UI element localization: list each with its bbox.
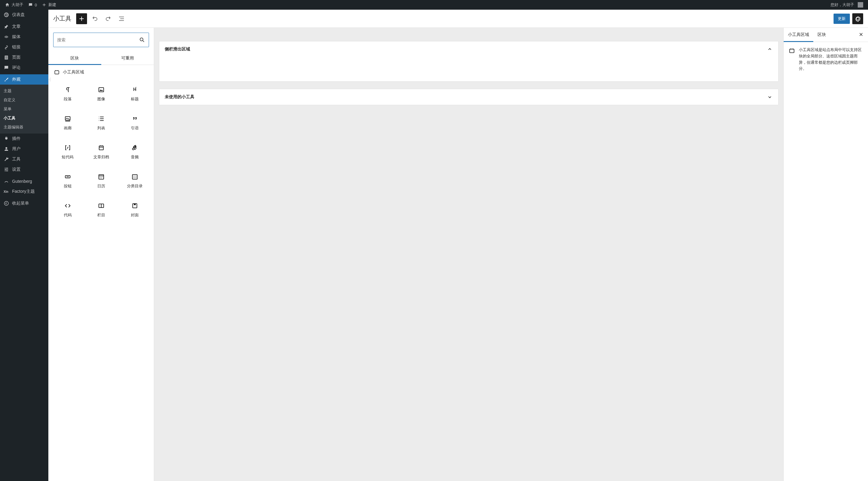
dashboard-icon <box>4 12 9 18</box>
sidebar-item-tools[interactable]: 工具 <box>0 154 49 164</box>
sidebar-item-appearance[interactable]: 外观 <box>0 74 49 85</box>
search-icon <box>139 37 145 43</box>
block-item-columns[interactable]: 栏目 <box>84 195 118 224</box>
sidebar-collapse[interactable]: 收起菜单 <box>0 198 49 209</box>
svg-point-4 <box>5 169 6 170</box>
block-item-audio[interactable]: 音频 <box>118 137 151 166</box>
update-button[interactable]: 更新 <box>834 13 850 24</box>
adminbar-site[interactable]: 大胡子 <box>2 0 26 10</box>
block-label: 栏目 <box>97 213 105 218</box>
adminbar-new-label: 新建 <box>49 2 56 7</box>
archives-icon <box>98 144 105 151</box>
block-item-cover[interactable]: 封面 <box>118 195 151 224</box>
panel-title: 未使用的小工具 <box>165 94 194 100</box>
redo-button[interactable] <box>103 13 114 24</box>
block-item-list[interactable]: 列表 <box>84 108 118 137</box>
page-title: 小工具 <box>53 14 71 23</box>
list-view-button[interactable] <box>116 13 127 24</box>
settings-tabs: 小工具区域 区块 <box>784 28 868 42</box>
audio-icon <box>131 144 138 151</box>
block-item-code[interactable]: 代码 <box>51 195 84 224</box>
svg-rect-11 <box>99 146 103 150</box>
adminbar-greeting: 您好，大胡子 <box>831 2 854 7</box>
settings-sidebar: 小工具区域 区块 小工具区域是站点布局中可以支持区块的全局部分。这些区域因主题而… <box>783 28 868 481</box>
list-icon <box>98 115 105 122</box>
close-settings-button[interactable] <box>854 32 868 38</box>
block-item-quote[interactable]: 引语 <box>118 108 151 137</box>
block-item-image[interactable]: 图像 <box>84 79 118 108</box>
adminbar-account[interactable]: 您好，大胡子 <box>828 0 866 10</box>
svg-rect-24 <box>790 49 794 53</box>
sidebar-item-dashboard[interactable]: 仪表盘 <box>0 10 49 20</box>
columns-icon <box>98 202 105 210</box>
svg-point-20 <box>136 178 136 178</box>
block-item-calendar[interactable]: 日历 <box>84 166 118 195</box>
block-label: 列表 <box>97 125 105 131</box>
settings-toggle-button[interactable] <box>852 13 863 24</box>
svg-point-17 <box>136 176 136 177</box>
admin-bar: 大胡子 0 新建 您好，大胡子 <box>0 0 868 10</box>
block-inserter: 区块 可重用 小工具区域 段落图像标题画廊列表引语短代码文章归档音频按钮日历分类… <box>49 28 154 481</box>
widget-area-icon <box>54 69 60 75</box>
gallery-icon <box>64 115 71 122</box>
block-item-button[interactable]: 按钮 <box>51 166 84 195</box>
sidebar-item-links[interactable]: 链接 <box>0 42 49 52</box>
block-item-shortcode[interactable]: 短代码 <box>51 137 84 166</box>
block-label: 封面 <box>131 213 139 218</box>
svg-point-3 <box>7 168 7 169</box>
block-label: 日历 <box>97 183 105 189</box>
search-box[interactable] <box>53 33 149 47</box>
sidebar-item-users[interactable]: 用户 <box>0 144 49 154</box>
block-label: 文章归档 <box>93 154 109 160</box>
tab-blocks[interactable]: 区块 <box>49 52 101 65</box>
sidebar-sub-themes[interactable]: 主题 <box>0 87 49 95</box>
settings-description: 小工具区域是站点布局中可以支持区块的全局部分。这些区域因主题而异，但通常都是您的… <box>784 42 868 77</box>
sidebar-item-factory[interactable]: Xin Factory主题 <box>0 186 49 197</box>
gutenberg-icon <box>4 179 9 184</box>
adminbar-comments[interactable]: 0 <box>26 0 39 10</box>
block-item-archives[interactable]: 文章归档 <box>84 137 118 166</box>
inserter-tabs: 区块 可重用 <box>49 52 154 65</box>
sidebar-item-gutenberg[interactable]: Gutenberg <box>0 176 49 186</box>
category-widget-area[interactable]: 小工具区域 <box>49 65 154 79</box>
sidebar-item-comments[interactable]: 评论 <box>0 63 49 73</box>
sidebar-sub-theme-editor[interactable]: 主题编辑器 <box>0 123 49 132</box>
sidebar-item-media[interactable]: 媒体 <box>0 32 49 42</box>
close-icon <box>858 32 864 37</box>
add-block-button[interactable] <box>76 13 87 24</box>
panel-header-inactive[interactable]: 未使用的小工具 <box>159 89 778 105</box>
sidebar-sub-widgets[interactable]: 小工具 <box>0 114 49 123</box>
widget-area-icon <box>788 47 795 54</box>
sliders-icon <box>4 167 9 172</box>
block-label: 短代码 <box>62 154 73 160</box>
block-label: 按钮 <box>64 183 72 189</box>
block-item-gallery[interactable]: 画廊 <box>51 108 84 137</box>
panel-header-sidebar-slideout[interactable]: 侧栏滑出区域 <box>159 41 778 57</box>
sidebar-label: 插件 <box>12 136 21 141</box>
block-item-categories[interactable]: 分类目录 <box>118 166 151 195</box>
block-label: 画廊 <box>64 125 72 131</box>
sidebar-item-pages[interactable]: 页面 <box>0 52 49 63</box>
redo-icon <box>104 15 112 22</box>
tab-reusable[interactable]: 可重用 <box>101 52 154 65</box>
panel-body[interactable] <box>159 57 778 81</box>
page-icon <box>4 55 9 60</box>
sidebar-sub-customize[interactable]: 自定义 <box>0 95 49 104</box>
block-item-paragraph[interactable]: 段落 <box>51 79 84 108</box>
settings-tab-widget-area[interactable]: 小工具区域 <box>784 28 813 42</box>
svg-point-19 <box>134 178 135 178</box>
comment-icon <box>28 2 33 7</box>
sidebar-submenu-appearance: 主题 自定义 菜单 小工具 主题编辑器 <box>0 85 49 133</box>
settings-tab-block[interactable]: 区块 <box>813 28 830 42</box>
sidebar-item-settings[interactable]: 设置 <box>0 164 49 174</box>
comment-icon <box>4 65 9 70</box>
undo-button[interactable] <box>89 13 100 24</box>
block-item-heading[interactable]: 标题 <box>118 79 151 108</box>
sidebar-item-posts[interactable]: 文章 <box>0 22 49 32</box>
sidebar-item-plugins[interactable]: 插件 <box>0 133 49 144</box>
sidebar-label: 页面 <box>12 55 21 60</box>
adminbar-new[interactable]: 新建 <box>39 0 59 10</box>
block-label: 代码 <box>64 213 72 218</box>
sidebar-sub-menus[interactable]: 菜单 <box>0 104 49 114</box>
search-input[interactable] <box>57 37 139 42</box>
